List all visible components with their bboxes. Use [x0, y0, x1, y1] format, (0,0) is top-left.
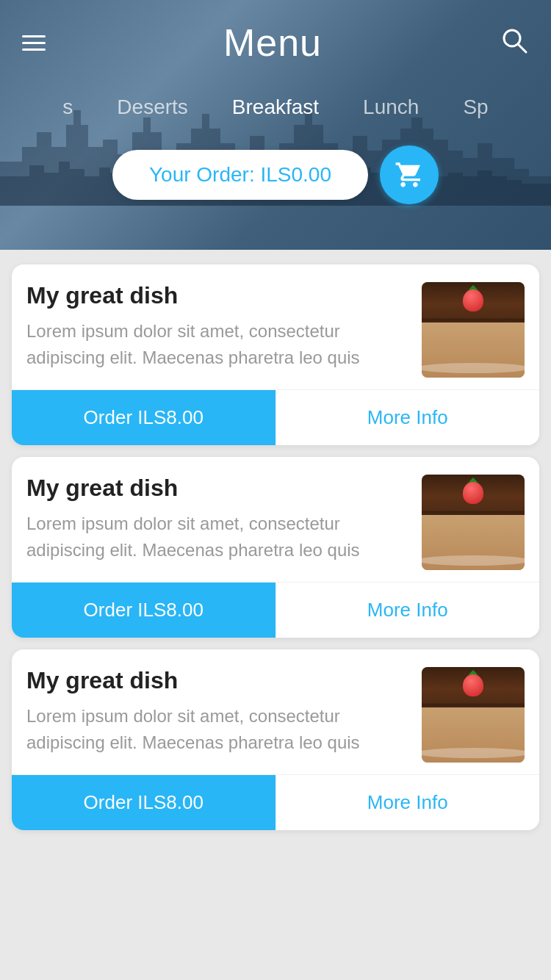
dish-description-2: Lorem ipsum dolor sit amet, consectetur … — [26, 511, 410, 563]
hamburger-line-3 — [22, 48, 46, 51]
dish-description-3: Lorem ipsum dolor sit amet, consectetur … — [26, 703, 410, 756]
dish-name-3: My great dish — [26, 667, 410, 694]
dish-card-body-2: My great dish Lorem ipsum dolor sit amet… — [12, 457, 539, 582]
dish-info-1: My great dish Lorem ipsum dolor sit amet… — [26, 282, 410, 371]
dish-image-1 — [422, 282, 525, 378]
dish-image-2 — [422, 475, 525, 570]
dishes-list: My great dish Lorem ipsum dolor sit amet… — [0, 250, 551, 845]
order-total: Your Order: ILS0.00 — [112, 150, 368, 200]
dish-actions-3: Order ILS8.00 More Info — [12, 774, 539, 830]
dish-name-2: My great dish — [26, 475, 410, 502]
svg-line-1 — [518, 44, 526, 52]
top-bar: Menu — [0, 0, 551, 79]
dish-card-body-1: My great dish Lorem ipsum dolor sit amet… — [12, 264, 539, 389]
dish-description-1: Lorem ipsum dolor sit amet, consectetur … — [26, 318, 410, 371]
tab-sp[interactable]: Sp — [441, 87, 510, 128]
dish-card-3: My great dish Lorem ipsum dolor sit amet… — [12, 649, 539, 830]
dish-card-1: My great dish Lorem ipsum dolor sit amet… — [12, 264, 539, 445]
dish-actions-1: Order ILS8.00 More Info — [12, 389, 539, 445]
page-title: Menu — [223, 21, 322, 65]
cart-icon — [395, 160, 424, 190]
dish-actions-2: Order ILS8.00 More Info — [12, 582, 539, 638]
order-button-2[interactable]: Order ILS8.00 — [12, 583, 276, 638]
header: Menu s Deserts Breakfast Lunch Sp Your O… — [0, 0, 551, 250]
tab-breakfast[interactable]: Breakfast — [210, 87, 341, 128]
dish-card-2: My great dish Lorem ipsum dolor sit amet… — [12, 457, 539, 638]
dish-info-2: My great dish Lorem ipsum dolor sit amet… — [26, 475, 410, 563]
order-button-3[interactable]: Order ILS8.00 — [12, 775, 276, 830]
hamburger-line-1 — [22, 35, 46, 37]
hamburger-line-2 — [22, 42, 46, 44]
order-button-1[interactable]: Order ILS8.00 — [12, 390, 276, 445]
more-info-button-2[interactable]: More Info — [276, 583, 540, 638]
tab-deserts[interactable]: Deserts — [95, 87, 209, 128]
order-bar-container: Your Order: ILS0.00 — [0, 128, 551, 212]
tab-lunch[interactable]: Lunch — [341, 87, 441, 128]
more-info-button-3[interactable]: More Info — [276, 775, 540, 830]
search-icon[interactable] — [500, 26, 529, 60]
tab-s[interactable]: s — [40, 87, 95, 128]
tabs-bar: s Deserts Breakfast Lunch Sp — [0, 79, 551, 128]
dish-info-3: My great dish Lorem ipsum dolor sit amet… — [26, 667, 410, 756]
hamburger-menu[interactable] — [22, 35, 46, 51]
more-info-button-1[interactable]: More Info — [276, 390, 540, 445]
dish-card-body-3: My great dish Lorem ipsum dolor sit amet… — [12, 649, 539, 774]
dish-name-1: My great dish — [26, 282, 410, 309]
dish-image-3 — [422, 667, 525, 763]
cart-button[interactable] — [380, 145, 439, 204]
